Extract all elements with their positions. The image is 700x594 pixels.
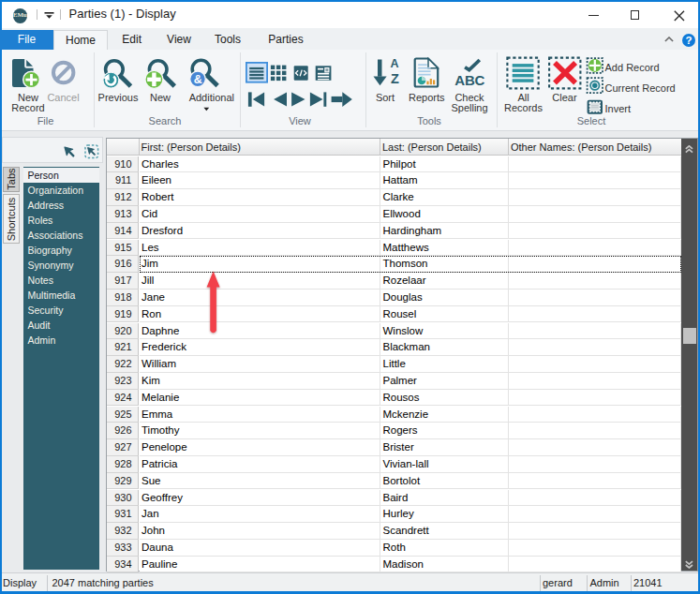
svg-text:ABC: ABC — [454, 72, 484, 88]
svg-text:&: & — [194, 73, 202, 86]
svg-text:Z: Z — [391, 71, 399, 86]
svg-text:A: A — [390, 57, 398, 70]
